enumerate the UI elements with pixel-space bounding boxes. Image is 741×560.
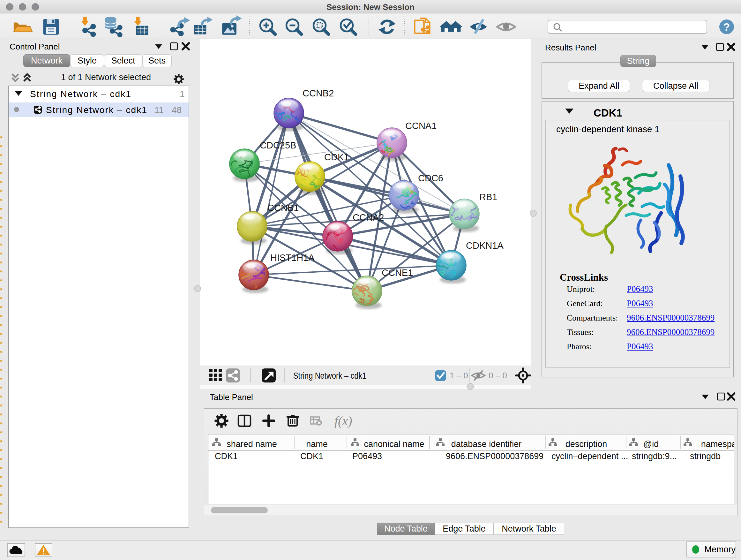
svg-text:cyclin–dependent ...: cyclin–dependent ... — [551, 451, 628, 461]
svg-text:?: ? — [724, 21, 730, 33]
svg-text:HIST1H1A: HIST1H1A — [270, 253, 315, 263]
svg-text:f(x): f(x) — [334, 414, 352, 428]
svg-text:namespac: namespac — [701, 439, 734, 449]
svg-text:stringdb: stringdb — [690, 451, 721, 461]
svg-text:shared name: shared name — [226, 439, 277, 449]
svg-text:CDC6: CDC6 — [418, 173, 443, 183]
svg-text:CCNA1: CCNA1 — [405, 121, 436, 131]
svg-text:1 – 0: 1 – 0 — [450, 371, 468, 380]
svg-text:P06493: P06493 — [352, 451, 382, 461]
svg-text:CDK1: CDK1 — [324, 152, 349, 162]
svg-text:database identifier: database identifier — [451, 439, 522, 449]
svg-text:CCNA2: CCNA2 — [353, 212, 384, 223]
svg-text:9606.ENSP00000378699: 9606.ENSP00000378699 — [446, 451, 543, 461]
svg-text:name: name — [306, 439, 328, 449]
svg-text:CCNE1: CCNE1 — [382, 267, 413, 278]
svg-text:@id: @id — [643, 439, 659, 449]
svg-text:canonical name: canonical name — [364, 439, 424, 449]
svg-text:String Network – cdk1: String Network – cdk1 — [293, 371, 366, 381]
svg-text:0 – 0: 0 – 0 — [488, 371, 507, 380]
svg-text:description: description — [565, 439, 607, 449]
svg-text:RB1: RB1 — [479, 192, 497, 202]
svg-text:CDK1: CDK1 — [300, 451, 323, 461]
svg-text:CDK1: CDK1 — [215, 451, 238, 461]
svg-text:CDKN1A: CDKN1A — [466, 240, 503, 251]
svg-text:CDC25B: CDC25B — [260, 140, 296, 150]
svg-text:CCNB2: CCNB2 — [302, 88, 334, 98]
svg-text:CCNB1: CCNB1 — [267, 203, 299, 213]
svg-text:stringdb:9...: stringdb:9... — [632, 451, 677, 461]
